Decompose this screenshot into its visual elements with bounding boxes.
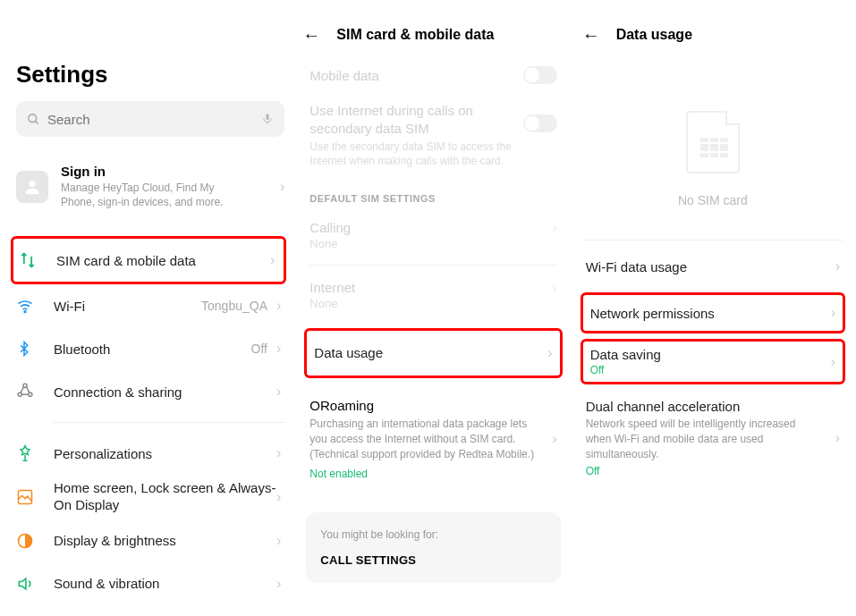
topbar-title: Data usage	[616, 27, 692, 43]
bluetooth-icon	[16, 340, 48, 358]
data-usage-label: Data usage	[314, 345, 547, 360]
chevron-right-icon: ›	[270, 252, 275, 268]
sim-data-icon	[19, 251, 51, 269]
chevron-right-icon: ›	[831, 354, 835, 370]
oroaming-row[interactable]: ORoaming Purchasing an international dat…	[302, 387, 564, 490]
data-saving-row[interactable]: Data saving Off ›	[583, 342, 843, 382]
suggestion-hint: You might be looking for:	[320, 528, 546, 541]
chevron-right-icon: ›	[835, 258, 840, 274]
suggestion-box: You might be looking for: CALL SETTINGS	[306, 512, 560, 583]
mobile-data-toggle	[523, 66, 557, 84]
chevron-right-icon: ›	[831, 305, 835, 321]
secondary-sim-sub: Use the secondary data SIM to access the…	[309, 139, 515, 168]
network-permissions-row[interactable]: Network permissions ›	[583, 295, 843, 331]
svg-point-5	[24, 311, 26, 313]
svg-line-1	[35, 121, 38, 123]
calling-row: Calling None ›	[302, 211, 564, 259]
divider	[582, 240, 843, 240]
dual-channel-sub: Network speed will be intelligently incr…	[586, 417, 809, 461]
internet-label: Internet	[309, 280, 552, 295]
chevron-right-icon: ›	[547, 345, 552, 361]
highlight-data-usage: Data usage ›	[304, 328, 562, 378]
highlight-sim-card: SIM card & mobile data ›	[11, 236, 286, 284]
search-icon	[27, 113, 40, 126]
secondary-sim-row: Use Internet during calls on secondary d…	[302, 93, 564, 177]
oroaming-status: Not enabled	[309, 468, 543, 480]
topbar: ← Data usage	[579, 13, 847, 57]
highlight-network-permissions: Network permissions ›	[581, 292, 845, 333]
secondary-sim-label: Use Internet during calls on secondary d…	[309, 102, 488, 137]
connection-sharing-icon	[16, 383, 48, 401]
sign-in-subtitle: Manage HeyTap Cloud, Find My Phone, sign…	[61, 181, 249, 209]
suggestion-item[interactable]: CALL SETTINGS	[320, 553, 546, 567]
default-sim-section-header: DEFAULT SIM SETTINGS	[302, 177, 564, 211]
highlight-data-saving: Data saving Off ›	[581, 339, 845, 384]
bluetooth-row[interactable]: Bluetooth Off ›	[16, 327, 284, 370]
wifi-data-usage-label: Wi-Fi data usage	[586, 259, 835, 274]
data-saving-label: Data saving	[590, 347, 831, 362]
chevron-right-icon: ›	[552, 280, 556, 296]
back-arrow-icon[interactable]: ←	[302, 25, 320, 46]
chevron-right-icon: ›	[276, 298, 281, 314]
settings-panel: Settings Sign in Manage HeyTap Cloud, Fi…	[0, 0, 293, 616]
home-screen-icon	[16, 488, 48, 506]
oroaming-sub: Purchasing an international data package…	[309, 417, 543, 461]
network-permissions-label: Network permissions	[590, 306, 831, 321]
chevron-right-icon: ›	[552, 220, 556, 236]
search-bar[interactable]	[16, 101, 284, 137]
internet-value: None	[309, 297, 552, 310]
display-brightness-row[interactable]: Display & brightness ›	[16, 519, 284, 562]
svg-point-4	[29, 180, 35, 186]
svg-rect-2	[267, 114, 270, 120]
secondary-sim-toggle	[523, 114, 557, 132]
divider	[54, 422, 284, 423]
sound-vibration-icon	[16, 575, 48, 593]
data-usage-panel: ← Data usage No SIM card Wi-Fi data usag…	[573, 0, 856, 616]
mobile-data-label: Mobile data	[309, 68, 522, 83]
sign-in-row[interactable]: Sign in Manage HeyTap Cloud, Find My Pho…	[16, 155, 284, 218]
wifi-label: Wi-Fi	[54, 299, 201, 314]
chevron-right-icon: ›	[280, 179, 284, 195]
sound-vibration-row[interactable]: Sound & vibration ›	[16, 562, 284, 605]
no-sim-illustration: No SIM card	[579, 111, 847, 207]
no-sim-label: No SIM card	[678, 193, 748, 207]
oroaming-title: ORoaming	[309, 398, 543, 413]
sim-card-panel: ← SIM card & mobile data Mobile data Use…	[293, 0, 572, 616]
display-brightness-label: Display & brightness	[54, 533, 276, 548]
chevron-right-icon: ›	[835, 430, 840, 446]
personalizations-row[interactable]: Personalizations ›	[16, 432, 284, 475]
search-input[interactable]	[47, 112, 261, 127]
wifi-data-usage-row[interactable]: Wi-Fi data usage ›	[579, 246, 847, 287]
sim-card-row[interactable]: SIM card & mobile data ›	[19, 239, 278, 282]
sign-in-title: Sign in	[61, 164, 280, 179]
chevron-right-icon: ›	[276, 533, 281, 549]
connection-sharing-row[interactable]: Connection & sharing ›	[16, 370, 284, 413]
chevron-right-icon: ›	[552, 431, 556, 447]
calling-label: Calling	[309, 220, 552, 235]
chevron-right-icon: ›	[276, 576, 281, 592]
topbar: ← SIM card & mobile data	[299, 13, 567, 57]
home-screen-row[interactable]: Home screen, Lock screen & Always-On Dis…	[16, 475, 284, 519]
display-brightness-icon	[16, 532, 48, 550]
calling-value: None	[309, 237, 552, 250]
home-screen-label: Home screen, Lock screen & Always-On Dis…	[54, 475, 276, 519]
svg-point-6	[23, 384, 27, 388]
dual-channel-status: Off	[586, 465, 835, 477]
microphone-icon[interactable]	[261, 111, 274, 127]
wifi-row[interactable]: Wi-Fi Tongbu_QA ›	[16, 284, 284, 327]
data-saving-status: Off	[590, 364, 831, 376]
mobile-data-row: Mobile data	[302, 57, 564, 93]
back-arrow-icon[interactable]: ←	[582, 25, 600, 46]
sound-vibration-label: Sound & vibration	[54, 576, 276, 591]
dual-channel-row[interactable]: Dual channel acceleration Network speed …	[579, 390, 847, 486]
divider	[309, 265, 556, 266]
internet-row: Internet None ›	[302, 271, 564, 319]
chevron-right-icon: ›	[276, 384, 281, 400]
wifi-value: Tongbu_QA	[201, 299, 267, 313]
topbar-title: SIM card & mobile data	[336, 27, 494, 43]
data-usage-row[interactable]: Data usage ›	[307, 331, 559, 376]
personalizations-icon	[16, 444, 48, 462]
personalizations-label: Personalizations	[54, 446, 276, 461]
page-title: Settings	[16, 61, 284, 89]
svg-point-0	[29, 114, 37, 122]
